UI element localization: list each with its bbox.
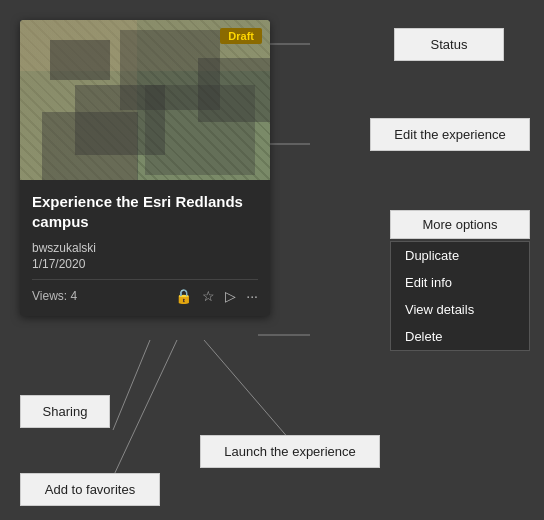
add-favorites-label: Add to favorites (45, 482, 135, 497)
menu-item-edit-info[interactable]: Edit info (391, 269, 529, 296)
more-options-container: More options Duplicate Edit info View de… (390, 210, 530, 351)
play-icon[interactable]: ▷ (225, 288, 236, 304)
card-author: bwszukalski (32, 241, 258, 255)
menu-item-view-details[interactable]: View details (391, 296, 529, 323)
svg-line-4 (113, 340, 177, 477)
star-icon[interactable]: ☆ (202, 288, 215, 304)
satellite-image (20, 20, 270, 180)
card-body: Experience the Esri Redlands campus bwsz… (20, 180, 270, 316)
svg-line-5 (204, 340, 290, 440)
status-label: Status (431, 37, 468, 52)
menu-item-duplicate[interactable]: Duplicate (391, 242, 529, 269)
sharing-callout: Sharing (20, 395, 110, 428)
card-footer: Views: 4 🔒 ☆ ▷ ··· (32, 279, 258, 304)
more-options-menu: Duplicate Edit info View details Delete (390, 241, 530, 351)
lock-icon[interactable]: 🔒 (175, 288, 192, 304)
svg-line-3 (113, 340, 150, 430)
edit-label: Edit the experience (394, 127, 505, 142)
card-date: 1/17/2020 (32, 257, 258, 271)
menu-item-delete[interactable]: Delete (391, 323, 529, 350)
launch-label: Launch the experience (224, 444, 356, 459)
experience-card: Draft Experience the Esri Redlands campu… (20, 20, 270, 316)
draft-badge: Draft (220, 28, 262, 44)
more-icon[interactable]: ··· (246, 288, 258, 304)
add-favorites-callout: Add to favorites (20, 473, 160, 506)
card-thumbnail: Draft (20, 20, 270, 180)
more-options-label: More options (390, 210, 530, 239)
views-count: Views: 4 (32, 289, 77, 303)
launch-callout: Launch the experience (200, 435, 380, 468)
action-icons: 🔒 ☆ ▷ ··· (175, 288, 258, 304)
edit-experience-callout: Edit the experience (370, 118, 530, 151)
status-callout: Status (394, 28, 504, 61)
sharing-label: Sharing (43, 404, 88, 419)
card-title: Experience the Esri Redlands campus (32, 192, 258, 231)
